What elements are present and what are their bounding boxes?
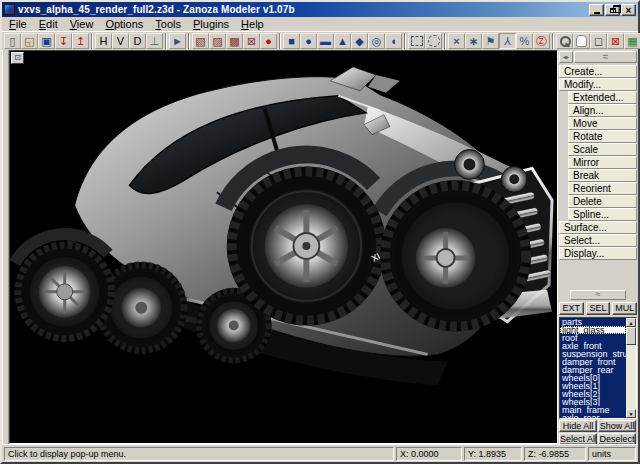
parts-list-item[interactable]: axle_front xyxy=(560,342,626,350)
panel-menu-item[interactable]: Modify... xyxy=(559,78,637,91)
panel-collapse-button[interactable]: ≈ xyxy=(574,51,637,63)
parts-list-item[interactable]: wheels[3] xyxy=(560,398,626,406)
view-vertical-button[interactable]: V xyxy=(112,33,129,49)
panel-menu-item[interactable]: Select... xyxy=(559,234,637,247)
primitive-cube-icon[interactable]: ■ xyxy=(283,33,300,49)
parts-action-button[interactable]: Hide All xyxy=(559,420,597,432)
selection-mode-button[interactable]: SEL xyxy=(586,302,611,315)
panel-menu-item[interactable]: Mirror xyxy=(568,156,637,169)
panel-menu-item[interactable]: Display... xyxy=(559,247,637,260)
scroll-track[interactable] xyxy=(626,327,636,409)
weld-vertices-icon[interactable]: × xyxy=(448,33,465,49)
scroll-up-icon[interactable]: ▲ xyxy=(626,318,636,327)
mirror-percent-icon[interactable]: % xyxy=(516,33,533,49)
parts-action-button[interactable]: Show All xyxy=(598,420,636,432)
restore-icon xyxy=(610,8,616,13)
minimize-button[interactable] xyxy=(589,4,604,16)
menu-item[interactable]: File xyxy=(3,17,33,31)
parts-list-item[interactable]: wheels[2] xyxy=(560,390,626,398)
app-icon[interactable] xyxy=(4,4,15,15)
panel-menu-item[interactable]: Surface... xyxy=(559,221,637,234)
lasso-flag-icon[interactable]: ⚑ xyxy=(482,33,499,49)
primitive-torus-icon[interactable]: ◎ xyxy=(368,33,385,49)
parts-list-item[interactable]: wheels[1] xyxy=(560,382,626,390)
edit-cube-edges-icon[interactable]: ▨ xyxy=(209,33,226,49)
view-horizontal-button[interactable]: H xyxy=(95,33,112,49)
panel-divider-button[interactable]: ≈ xyxy=(570,290,626,300)
panel-menu-item[interactable]: Create... xyxy=(559,65,637,78)
menu-item[interactable]: Options xyxy=(99,17,149,31)
car-render-canvas[interactable]: XL xyxy=(10,51,557,443)
panel-menu-item[interactable]: Spline... xyxy=(568,208,637,221)
primitive-cylinder-icon[interactable]: ▬ xyxy=(317,33,334,49)
vertex-pointer-icon[interactable]: ► xyxy=(169,33,186,49)
menu-item[interactable]: Edit xyxy=(33,17,64,31)
parts-list-item[interactable]: main_frame xyxy=(560,406,626,414)
statusbar: Click to display pop-up menu. X: 0.0000 … xyxy=(2,444,638,462)
menu-item[interactable]: Tools xyxy=(149,17,187,31)
selection-mode-button[interactable]: MUL xyxy=(612,302,637,315)
panel-menu-item[interactable]: Delete xyxy=(568,195,637,208)
menu-item[interactable]: Plugins xyxy=(187,17,235,31)
viewport-maximize-button[interactable]: ⊡ xyxy=(11,52,24,64)
toolbar-group-pointer: ► xyxy=(169,33,186,49)
titlebar[interactable]: vxvs_alpha_45_render_full2.z3d - Zanoza … xyxy=(2,2,638,17)
parts-list-item[interactable]: roof xyxy=(560,334,626,342)
primitive-half-sphere-icon[interactable]: ◖ xyxy=(385,33,402,49)
panel-menu-item[interactable]: Extended... xyxy=(568,91,637,104)
parts-list-item[interactable]: damper_rear xyxy=(560,366,626,374)
pan-hand-icon[interactable] xyxy=(573,33,590,49)
render-sphere-icon[interactable]: ● xyxy=(260,33,277,49)
open-folder-icon[interactable]: ◱ xyxy=(21,33,38,49)
edit-cube-vertices-icon[interactable]: ▧ xyxy=(192,33,209,49)
panel-menu-item[interactable]: Align... xyxy=(568,104,637,117)
parts-list-item[interactable]: light_glass xyxy=(560,326,626,334)
wheel-rear-outer[interactable] xyxy=(15,242,114,341)
wheel-front-left[interactable]: XL xyxy=(227,166,386,325)
selection-mode-button[interactable]: EXT xyxy=(559,302,584,315)
menu-item[interactable]: View xyxy=(64,17,100,31)
menu-item[interactable]: Help xyxy=(235,17,270,31)
minimize-icon xyxy=(594,12,600,14)
panel-scroll-button[interactable]: ◂▸ xyxy=(559,51,573,63)
close-button[interactable]: × xyxy=(621,4,636,16)
wheel-front-right[interactable] xyxy=(380,180,531,331)
scroll-down-icon[interactable]: ▼ xyxy=(626,409,636,418)
import-part-icon[interactable]: ↧ xyxy=(55,33,72,49)
select-circle-icon[interactable] xyxy=(425,33,442,49)
primitive-disc-icon[interactable]: ◆ xyxy=(351,33,368,49)
textured-view-icon[interactable]: ▦ xyxy=(624,33,640,49)
axes-triad-icon[interactable]: ⊥ xyxy=(146,33,163,49)
panel-menu-item[interactable]: Break xyxy=(568,169,637,182)
scroll-thumb[interactable] xyxy=(626,327,636,345)
primitive-sphere-icon[interactable]: ● xyxy=(300,33,317,49)
panel-menu-item[interactable]: Scale xyxy=(568,143,637,156)
new-file-icon[interactable]: ▯ xyxy=(4,33,21,49)
edit-cube-object-icon[interactable]: ⊠ xyxy=(243,33,260,49)
parts-list-item[interactable]: suspension_struts xyxy=(560,350,626,358)
edit-cube-faces-icon[interactable]: ▩ xyxy=(226,33,243,49)
view-quad-button[interactable]: D xyxy=(129,33,146,49)
parts-list-item[interactable]: wheels[0] xyxy=(560,374,626,382)
primitive-cone-icon[interactable]: ▲ xyxy=(334,33,351,49)
export-part-icon[interactable]: ↥ xyxy=(72,33,89,49)
zoom-tool-icon[interactable] xyxy=(556,33,573,49)
save-icon[interactable]: ▣ xyxy=(38,33,55,49)
panel-menu-item[interactable]: Rotate xyxy=(568,130,637,143)
viewport-3d-render[interactable]: ⊡ xyxy=(9,50,558,444)
panel-menu-item[interactable]: Move xyxy=(568,117,637,130)
tripod-axis-icon[interactable]: Y xyxy=(499,33,516,49)
toolbar-separator xyxy=(552,33,554,49)
restore-button[interactable] xyxy=(605,4,620,16)
manipulator-star-icon[interactable]: ∗ xyxy=(465,33,482,49)
parts-list-item[interactable]: damper_front xyxy=(560,358,626,366)
panel-menu-item[interactable]: Reorient xyxy=(568,182,637,195)
parts-list-scrollbar[interactable]: ▲ ▼ xyxy=(626,318,636,418)
select-rectangle-icon[interactable] xyxy=(408,33,425,49)
parts-list-item[interactable]: parts xyxy=(560,318,626,326)
parts-list-item[interactable]: axle_rear xyxy=(560,414,626,418)
parts-action-buttons: Hide AllShow AllSelect AllDeselect xyxy=(559,420,637,445)
view-cube-icon[interactable]: ◻ xyxy=(590,33,607,49)
delete-view-icon[interactable]: ⊠ xyxy=(607,33,624,49)
z-modifier-icon[interactable]: Ⓩ xyxy=(533,33,550,49)
